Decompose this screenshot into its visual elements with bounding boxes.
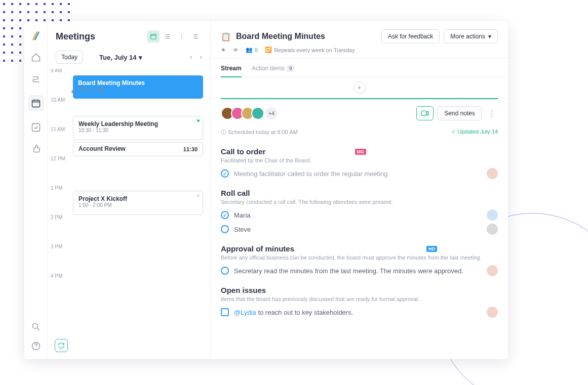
main-content: 📋 Board Meeting Minutes Ask for feedback… <box>211 21 508 359</box>
item-text: Steve <box>234 226 251 233</box>
section-desc: Facilitated by the Chair of the Board. <box>221 157 498 163</box>
hour-label: 11 AM <box>51 126 65 132</box>
more-actions-button[interactable]: More actions▾ <box>444 29 498 44</box>
panel-title: Meetings <box>56 31 95 42</box>
event-time: 9:00 - 10:00 <box>78 87 198 92</box>
section-title: Approval of minutes <box>221 244 294 253</box>
checkbox-done[interactable] <box>221 211 229 219</box>
help-icon[interactable] <box>31 341 41 351</box>
assignee-avatar <box>487 209 498 221</box>
home-icon[interactable] <box>31 53 41 63</box>
hour-label: 12 PM <box>51 156 65 161</box>
hour-label: 1 PM <box>51 185 62 191</box>
timeline: 9 AM Board Meeting Minutes 9:00 - 10:00 … <box>48 69 210 359</box>
check-icon[interactable] <box>31 122 41 133</box>
item-text: Secretary read the minutes from the last… <box>234 267 463 275</box>
send-notes-button[interactable]: Send notes <box>438 106 482 120</box>
date-picker[interactable]: Tue, July 14 ▾ <box>99 54 142 61</box>
item-text: @Lydia to reach out to key stakeholders. <box>234 309 353 316</box>
event-board-meeting[interactable]: Board Meeting Minutes 9:00 - 10:00 <box>73 75 203 99</box>
nav-rail <box>24 21 48 359</box>
assignee-avatar <box>487 224 498 235</box>
today-button[interactable]: Today <box>56 51 83 64</box>
section-desc: Before any official business can be cond… <box>221 254 498 261</box>
checkbox[interactable] <box>221 225 229 233</box>
user-tag: HD <box>426 246 437 252</box>
notepad-icon: 📋 <box>221 32 231 41</box>
event-time: 11:30 <box>183 146 198 152</box>
checkbox[interactable] <box>221 267 229 275</box>
people-icon: 👥 <box>246 47 253 53</box>
meetings-panel: Meetings Today Tue, July 14 ▾ ‹ › 9 AM <box>48 21 211 359</box>
repeat-info: 🔁Repeats every week on Tuesday <box>265 47 355 53</box>
path-icon[interactable] <box>31 74 41 84</box>
checkbox-done[interactable] <box>221 169 229 178</box>
more-view-button[interactable] <box>176 30 188 42</box>
svg-point-5 <box>181 34 182 35</box>
video-button[interactable] <box>416 106 434 120</box>
item-text: Meeting facilitator called to order the … <box>234 170 388 178</box>
event-title: Project X Kickoff <box>79 195 198 202</box>
status-dot-icon <box>197 194 200 197</box>
section-desc: Secretary conducted a roll call. The fol… <box>221 199 498 205</box>
assignee-avatar <box>487 168 498 179</box>
tab-stream[interactable]: Stream <box>221 65 242 77</box>
date-label: Tue, July 14 <box>99 54 136 61</box>
updated-info: ✓ Updated July 14 <box>451 129 498 136</box>
star-icon[interactable]: ★ <box>221 47 226 53</box>
tab-action-items[interactable]: Action items9 <box>252 65 295 77</box>
action-count-badge: 9 <box>287 65 295 72</box>
caret-down-icon: ▾ <box>488 33 491 40</box>
calendar-view-button[interactable] <box>147 30 160 42</box>
event-title: Weekly Leadership Meeting <box>79 120 198 127</box>
assignee-avatar <box>487 307 498 318</box>
event-title: Account Review <box>79 145 198 152</box>
section-desc: Items that the board has previously disc… <box>221 296 498 302</box>
hour-label: 9 AM <box>51 69 62 73</box>
svg-rect-8 <box>422 111 426 115</box>
event-title: Board Meeting Minutes <box>78 79 198 87</box>
svg-rect-4 <box>151 34 156 39</box>
hour-label: 2 PM <box>51 215 62 220</box>
list-view-button[interactable] <box>162 30 174 42</box>
participant-avatars <box>221 107 264 120</box>
scheduled-info: ⓘ Scheduled today at 8:00 AM <box>221 129 298 136</box>
people-count: 👥8 <box>246 47 258 53</box>
section-title: Open issues <box>221 286 498 294</box>
next-day-button[interactable]: › <box>200 54 202 61</box>
prev-day-button[interactable]: ‹ <box>190 54 192 61</box>
item-text: Maria <box>234 211 251 219</box>
app-window: Meetings Today Tue, July 14 ▾ ‹ › 9 AM <box>24 21 508 359</box>
collapse-view-button[interactable] <box>190 30 202 42</box>
ask-feedback-button[interactable]: Ask for feedback <box>381 29 440 44</box>
refresh-button[interactable] <box>55 339 68 352</box>
mention[interactable]: @Lydia <box>234 309 256 316</box>
more-avatars[interactable]: +4 <box>265 107 278 119</box>
hour-label: 3 PM <box>51 244 62 249</box>
svg-point-6 <box>181 36 182 37</box>
user-tag: MG <box>355 149 367 155</box>
svg-point-7 <box>181 38 182 39</box>
assignee-avatar <box>487 265 498 276</box>
search-icon[interactable] <box>31 322 41 332</box>
hour-label: 4 PM <box>51 273 62 279</box>
thumbs-up-icon[interactable] <box>31 144 41 154</box>
eye-icon[interactable]: 👁 <box>233 47 239 53</box>
repeat-icon: 🔁 <box>265 47 272 53</box>
event-account-review[interactable]: Account Review 11:30 <box>73 142 203 156</box>
checkbox-square[interactable] <box>221 308 229 316</box>
avatar <box>251 107 264 120</box>
section-title: Call to order <box>221 147 265 156</box>
calendar-nav-active[interactable] <box>28 95 44 111</box>
hour-label: 10 AM <box>51 97 65 103</box>
card-more-button[interactable]: ⋮ <box>486 109 498 118</box>
section-title: Roll call <box>221 189 498 197</box>
event-time: 1:00 - 2:00 PM <box>79 202 198 208</box>
event-project-x[interactable]: Project X Kickoff 1:00 - 2:00 PM <box>73 191 203 215</box>
svg-rect-1 <box>32 124 40 132</box>
app-logo-icon <box>30 30 42 41</box>
svg-point-2 <box>32 323 37 328</box>
status-dot-icon <box>197 119 200 122</box>
page-title: Board Meeting Minutes <box>236 32 325 41</box>
add-button[interactable]: + <box>354 81 366 94</box>
